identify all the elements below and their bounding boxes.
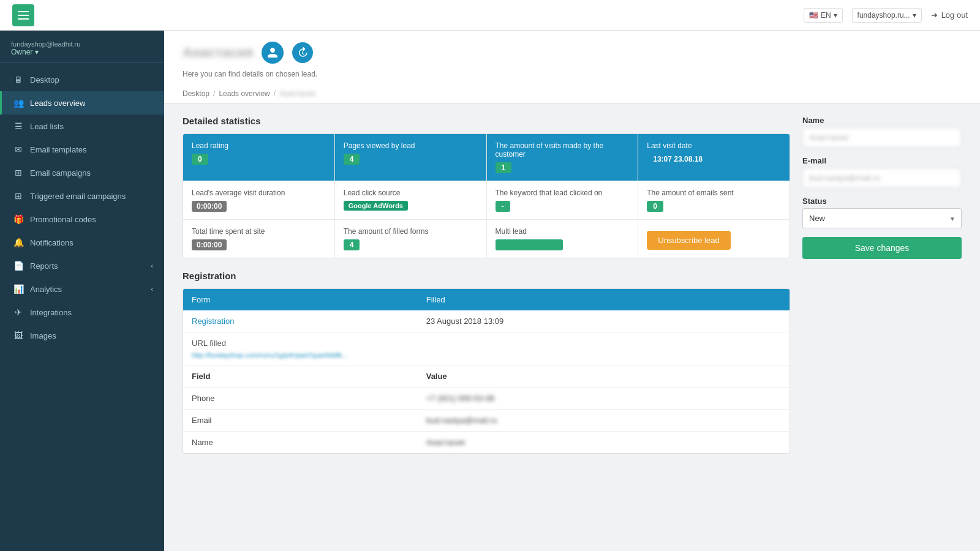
images-icon: 🖼 [13, 331, 24, 340]
email-form-group: E-mail [802, 156, 962, 188]
url-value: http://fundayshop.com/ru/ru/1g/p4r/part/… [192, 351, 781, 359]
top-nav-left [12, 4, 34, 26]
sidebar-item-integrations[interactable]: ✈ Integrations [0, 301, 164, 324]
registration-link[interactable]: Registration [192, 317, 234, 326]
stat-label: Multi lead [496, 227, 630, 236]
sidebar-item-label: Notifications [30, 238, 74, 247]
stat-value: 0:00:00 [192, 201, 227, 212]
lead-title: Анастасия [183, 45, 253, 61]
page-header-top: Анастасия [183, 42, 962, 70]
stat-label: The amount of emails sent [647, 189, 781, 197]
stat-label: The keyword that lead clicked on [496, 189, 630, 197]
sidebar-item-label: Desktop [30, 75, 59, 84]
language-label: EN [821, 11, 831, 20]
sidebar-item-images[interactable]: 🖼 Images [0, 324, 164, 347]
sidebar-user-section: fundayshop@leadhit.ru Owner ▾ [0, 31, 164, 63]
detailed-stats-title: Detailed statistics [183, 116, 790, 126]
sidebar-item-label: Images [30, 331, 56, 340]
reports-icon: 📄 [13, 261, 24, 271]
save-changes-button[interactable]: Save changes [802, 237, 962, 259]
status-select[interactable]: New In progress Closed Spam [802, 208, 962, 228]
email-input[interactable] [802, 168, 962, 188]
sidebar-user-role[interactable]: Owner ▾ [11, 48, 153, 56]
sidebar-item-lead-lists[interactable]: ☰ Lead lists [0, 114, 164, 138]
registration-section: Form Filled Registration 23 August 2018 … [183, 288, 790, 454]
stat-cell-lead-rating: Lead rating 0 [183, 134, 335, 181]
chevron-icon: ‹ [151, 285, 153, 293]
value-header: Value [418, 365, 790, 388]
sidebar-item-label: Analytics [30, 285, 62, 294]
logout-label: Log out [941, 10, 968, 20]
email-label: E-mail [802, 156, 962, 165]
sidebar-item-analytics[interactable]: 📊 Analytics ‹ [0, 277, 164, 301]
stats-row-1: Lead rating 0 Pages viewed by lead 4 The… [183, 134, 790, 181]
field-value-header-row: Field Value [183, 365, 790, 388]
sidebar-item-label: Email templates [30, 145, 86, 154]
sidebar-nav: 🖥 Desktop 👥 Leads overview ☰ Lead lists … [0, 63, 164, 551]
stat-cell-pages-viewed: Pages viewed by lead 4 [335, 134, 487, 181]
sidebar-item-promotional-codes[interactable]: 🎁 Promotional codes [0, 208, 164, 231]
sidebar-item-label: Integrations [30, 308, 72, 317]
col-filled: Filled [418, 289, 790, 310]
unsubscribe-button[interactable]: Unsubscribe lead [647, 231, 730, 250]
stat-label: The amount of visits made by the custome… [496, 141, 630, 159]
sidebar-item-label: Triggered email campaigns [30, 192, 126, 201]
reg-table-row: Registration 23 August 2018 13:09 [183, 310, 790, 332]
right-panel-form: Name E-mail Status New [802, 116, 962, 259]
stat-label: Pages viewed by lead [344, 141, 478, 150]
reg-url-label: URL filled http://fundayshop.com/ru/ru/1… [183, 332, 790, 365]
field-value-phone: +7 (921) 000-53-08 [418, 388, 790, 410]
stat-value: - [496, 201, 510, 212]
stat-value: 1 [496, 162, 512, 173]
user-avatar-icon [262, 42, 284, 64]
url-filled-label: URL filled [192, 339, 781, 348]
integrations-icon: ✈ [13, 307, 24, 317]
user-account-button[interactable]: fundayshop.ru... ▾ [852, 8, 922, 23]
right-column: Name E-mail Status New [802, 116, 962, 454]
sidebar-item-triggered-email[interactable]: ⊞ Triggered email campaigns [0, 184, 164, 208]
reg-form-name: Registration [183, 310, 418, 332]
chevron-down-icon: ▾ [834, 11, 837, 20]
campaigns-icon: ⊞ [13, 168, 24, 178]
stats-row-3: Total time spent at site 0:00:00 The amo… [183, 220, 790, 258]
triggered-icon: ⊞ [13, 191, 24, 201]
hamburger-button[interactable] [12, 4, 34, 26]
breadcrumb: Desktop / Leads overview / Анастасия [183, 84, 962, 103]
stat-label: Lead click source [344, 189, 478, 197]
name-input[interactable] [802, 127, 962, 148]
stat-value: 13:07 23.08.18 [647, 154, 709, 165]
multi-lead-bar [496, 239, 563, 250]
stat-cell-unsubscribe: Unsubscribe lead [638, 220, 790, 258]
sidebar-item-leads-overview[interactable]: 👥 Leads overview [0, 91, 164, 114]
breadcrumb-desktop[interactable]: Desktop [183, 89, 209, 98]
stat-label: Lead's average visit duration [192, 189, 326, 197]
stats-row-2: Lead's average visit duration 0:00:00 Le… [183, 181, 790, 220]
desktop-icon: 🖥 [13, 75, 24, 84]
sidebar-item-email-campaigns[interactable]: ⊞ Email campaigns [0, 161, 164, 184]
history-icon [292, 42, 313, 63]
sidebar-item-desktop[interactable]: 🖥 Desktop [0, 68, 164, 91]
registration-table: Form Filled Registration 23 August 2018 … [183, 289, 790, 453]
name-form-group: Name [802, 116, 962, 148]
stat-value: 4 [344, 154, 360, 165]
reg-url-row: URL filled http://fundayshop.com/ru/ru/1… [183, 332, 790, 365]
field-row-email: Email bud.nastya@mail.ru [183, 410, 790, 432]
field-label-name: Name [183, 432, 418, 454]
reg-filled-date: 23 August 2018 13:09 [418, 310, 790, 332]
user-label: fundayshop.ru... [858, 11, 910, 20]
stat-value: 0 [647, 201, 663, 212]
field-row-phone: Phone +7 (921) 000-53-08 [183, 388, 790, 410]
field-label-phone: Phone [183, 388, 418, 410]
field-value-email: bud.nastya@mail.ru [418, 410, 790, 432]
stat-cell-emails-sent: The amount of emails sent 0 [638, 181, 790, 219]
sidebar-item-notifications[interactable]: 🔔 Notifications [0, 231, 164, 254]
sidebar-item-email-templates[interactable]: ✉ Email templates [0, 138, 164, 161]
logout-button[interactable]: ➜ Log out [931, 10, 968, 20]
language-selector[interactable]: 🇺🇸 EN ▾ [804, 8, 843, 23]
sidebar-item-reports[interactable]: 📄 Reports ‹ [0, 254, 164, 277]
stat-cell-keyword: The keyword that lead clicked on - [487, 181, 639, 219]
sidebar-item-label: Reports [30, 261, 58, 271]
breadcrumb-leads-overview[interactable]: Leads overview [219, 89, 270, 98]
stat-label: The amount of filled forms [344, 227, 478, 236]
status-select-wrapper: New In progress Closed Spam [802, 208, 962, 228]
